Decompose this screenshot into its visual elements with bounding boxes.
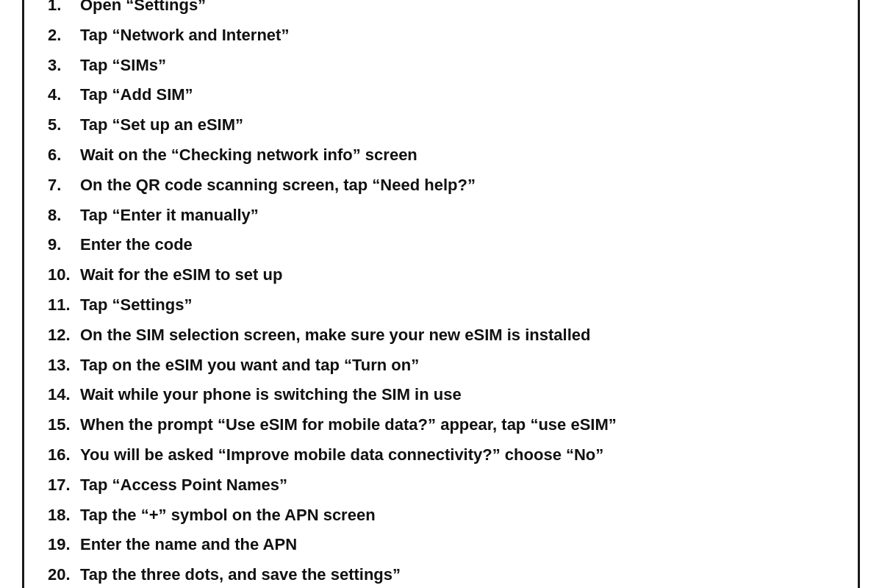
step-text: Open “Settings” [80, 0, 206, 17]
steps-list: Open “Settings”Tap “Network and Internet… [48, 0, 822, 587]
step-text: On the QR code scanning screen, tap “Nee… [80, 174, 476, 197]
step-text: Tap “SIMs” [80, 54, 166, 77]
step-text: Tap “Enter it manually” [80, 204, 259, 227]
list-item: Tap “Settings” [48, 294, 822, 317]
list-item: Tap “Set up an eSIM” [48, 114, 822, 137]
list-item: Tap “SIMs” [48, 54, 822, 77]
list-item: When the prompt “Use eSIM for mobile dat… [48, 414, 822, 437]
step-text: Tap “Access Point Names” [80, 474, 287, 497]
list-item: Wait on the “Checking network info” scre… [48, 144, 822, 167]
list-item: Tap on the eSIM you want and tap “Turn o… [48, 354, 822, 377]
list-item: Tap “Enter it manually” [48, 204, 822, 227]
step-text: Tap “Network and Internet” [80, 24, 289, 47]
list-item: On the QR code scanning screen, tap “Nee… [48, 174, 822, 197]
list-item: Tap “Add SIM” [48, 84, 822, 107]
step-text: Wait on the “Checking network info” scre… [80, 144, 417, 167]
list-item: On the SIM selection screen, make sure y… [48, 324, 822, 347]
list-item: Enter the name and the APN [48, 534, 822, 556]
step-text: Wait for the eSIM to set up [80, 264, 282, 287]
step-text: Tap on the eSIM you want and tap “Turn o… [80, 354, 419, 377]
list-item: Wait for the eSIM to set up [48, 264, 822, 287]
list-item: Tap the “+” symbol on the APN screen [48, 504, 822, 527]
step-text: When the prompt “Use eSIM for mobile dat… [80, 414, 617, 437]
step-text: Enter the code [80, 234, 193, 257]
step-text: Enter the name and the APN [80, 534, 297, 556]
instructions-card: Open “Settings”Tap “Network and Internet… [22, 0, 860, 588]
step-text: You will be asked “Improve mobile data c… [80, 444, 603, 467]
step-text: Tap the “+” symbol on the APN screen [80, 504, 376, 527]
list-item: Tap “Network and Internet” [48, 24, 822, 47]
step-text: Tap “Set up an eSIM” [80, 114, 243, 137]
list-item: Tap the three dots, and save the setting… [48, 564, 822, 587]
list-item: Open “Settings” [48, 0, 822, 17]
list-item: Enter the code [48, 234, 822, 257]
step-text: On the SIM selection screen, make sure y… [80, 324, 590, 347]
step-text: Tap “Add SIM” [80, 84, 193, 107]
list-item: You will be asked “Improve mobile data c… [48, 444, 822, 467]
step-text: Wait while your phone is switching the S… [80, 384, 462, 406]
list-item: Wait while your phone is switching the S… [48, 384, 822, 406]
step-text: Tap “Settings” [80, 294, 192, 317]
step-text: Tap the three dots, and save the setting… [80, 564, 401, 587]
list-item: Tap “Access Point Names” [48, 474, 822, 497]
